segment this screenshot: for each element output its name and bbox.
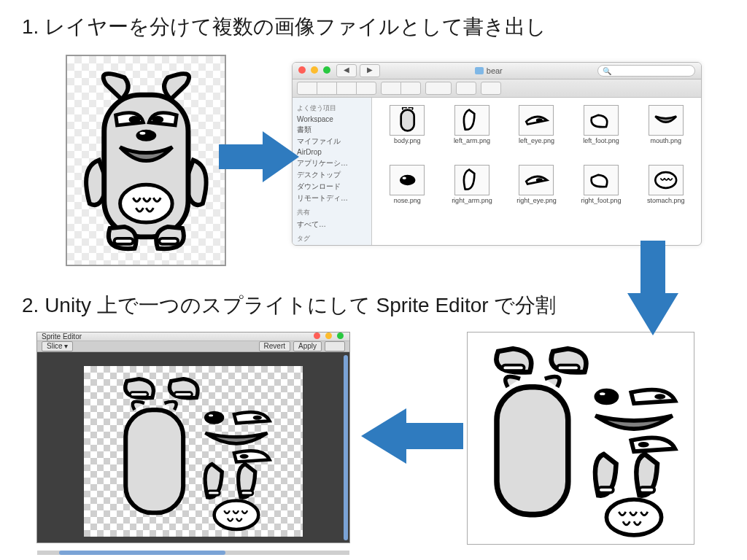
file-item[interactable]: mouth.png: [649, 105, 684, 165]
sidebar-item-myfiles[interactable]: マイファイル: [297, 136, 367, 146]
svg-marker-35: [361, 408, 463, 464]
slice-button[interactable]: Slice ▾: [42, 341, 73, 351]
file-item[interactable]: right_eye.png: [516, 165, 557, 225]
view-icons-button[interactable]: [297, 82, 317, 95]
file-item[interactable]: left_arm.png: [454, 105, 490, 165]
finder-window: ◀ ▶ bear 🔍 よく使う項目 Workspace 書類 マイファイル: [292, 62, 702, 246]
svg-marker-34: [627, 241, 678, 335]
sprite-atlas-image: [474, 339, 686, 538]
svg-point-19: [638, 442, 649, 448]
close-icon[interactable]: [314, 332, 320, 339]
svg-point-16: [595, 388, 619, 405]
sidebar-item-documents[interactable]: 書類: [297, 125, 367, 134]
editor-vertical-scrollbar[interactable]: [344, 355, 348, 540]
svg-point-1: [128, 116, 140, 123]
svg-point-4: [139, 132, 145, 135]
file-item[interactable]: stomach.png: [647, 165, 685, 225]
minimize-icon[interactable]: [311, 66, 318, 74]
file-name: right_foot.png: [581, 197, 622, 204]
sidebar-item-airdrop[interactable]: AirDrop: [297, 148, 367, 155]
svg-point-29: [240, 454, 249, 459]
arrange-button-2[interactable]: [400, 82, 421, 95]
svg-point-3: [136, 130, 156, 141]
editor-title: Sprite Editor: [42, 332, 82, 341]
file-name: left_eye.png: [519, 137, 554, 144]
sidebar-item-downloads[interactable]: ダウンロード: [297, 182, 367, 191]
window-controls[interactable]: [298, 66, 333, 75]
view-column-button[interactable]: [336, 82, 357, 95]
character-image: [74, 64, 219, 256]
svg-rect-21: [640, 487, 655, 493]
svg-point-17: [600, 392, 605, 395]
view-list-button[interactable]: [317, 82, 337, 95]
file-item[interactable]: left_eye.png: [519, 105, 554, 165]
svg-rect-7: [159, 238, 178, 244]
file-item[interactable]: right_foot.png: [581, 165, 622, 225]
file-thumb: [519, 165, 554, 195]
file-item[interactable]: right_arm.png: [452, 165, 492, 225]
sprite-atlas-panel: [467, 332, 694, 545]
file-name: right_arm.png: [452, 197, 492, 204]
editor-window-controls[interactable]: [312, 332, 345, 341]
finder-toolbar: [293, 79, 701, 98]
maximize-icon[interactable]: [323, 66, 330, 74]
arrange-button-1[interactable]: [381, 82, 401, 95]
svg-rect-20: [598, 487, 614, 493]
sidebar-item-applications[interactable]: アプリケーシ…: [297, 158, 367, 168]
svg-point-26: [204, 411, 224, 424]
sidebar-item-remotedisk[interactable]: リモートディ…: [297, 193, 367, 203]
arrow-left: [361, 408, 463, 464]
file-name: mouth.png: [650, 137, 681, 144]
svg-rect-13: [503, 365, 525, 370]
svg-rect-15: [497, 387, 568, 515]
tags-button[interactable]: [481, 82, 501, 95]
svg-rect-30: [208, 491, 220, 495]
svg-point-27: [209, 414, 213, 416]
character-preview-panel: [66, 55, 226, 266]
editor-titlebar: Sprite Editor: [37, 332, 349, 341]
file-name: body.png: [394, 137, 420, 144]
arrow-down: [627, 241, 678, 335]
maximize-icon[interactable]: [337, 332, 344, 339]
file-name: stomach.png: [647, 197, 685, 204]
file-item[interactable]: body.png: [390, 105, 425, 165]
file-item[interactable]: nose.png: [390, 165, 425, 225]
finder-search-input[interactable]: 🔍: [597, 65, 695, 77]
editor-horizontal-scrollbar[interactable]: [37, 551, 349, 555]
sidebar-item-all[interactable]: すべて…: [297, 219, 367, 229]
editor-settings-icon[interactable]: [325, 341, 345, 351]
apply-button[interactable]: Apply: [293, 341, 322, 351]
sidebar-item-desktop[interactable]: デスクトップ: [297, 170, 367, 179]
action-button[interactable]: [425, 82, 452, 95]
svg-rect-24: [174, 392, 192, 397]
nav-forward-button[interactable]: ▶: [360, 64, 380, 77]
file-thumb: [454, 105, 489, 136]
sidebar-tag-header: タグ: [297, 234, 367, 244]
svg-marker-33: [219, 131, 299, 182]
editor-canvas[interactable]: [37, 352, 349, 551]
file-name: left_arm.png: [454, 137, 490, 144]
close-icon[interactable]: [298, 66, 306, 74]
view-cover-button[interactable]: [356, 82, 376, 95]
file-name: left_foot.png: [583, 137, 619, 144]
minimize-icon[interactable]: [325, 332, 332, 339]
sidebar-item-workspace[interactable]: Workspace: [297, 115, 367, 122]
finder-titlebar: ◀ ▶ bear 🔍: [293, 63, 701, 79]
file-thumb: [519, 105, 554, 136]
revert-button[interactable]: Revert: [259, 341, 290, 351]
share-button[interactable]: [456, 82, 476, 95]
finder-sidebar: よく使う項目 Workspace 書類 マイファイル AirDrop アプリケー…: [293, 98, 372, 246]
nav-back-button[interactable]: ◀: [336, 64, 357, 77]
folder-icon: [475, 67, 484, 74]
step1-heading: 1. レイヤーを分けて複数の画像ファイルとして書き出し: [22, 13, 546, 41]
svg-rect-23: [130, 392, 147, 397]
svg-point-18: [655, 394, 666, 400]
arrange-segment[interactable]: [381, 82, 421, 95]
file-item[interactable]: left_foot.png: [583, 105, 619, 165]
finder-title: bear: [487, 66, 503, 75]
file-thumb: [390, 165, 425, 195]
view-mode-segment[interactable]: [297, 82, 376, 95]
sprite-editor-window: Sprite Editor Slice ▾ Revert Apply: [36, 332, 350, 543]
svg-rect-14: [557, 365, 579, 370]
editor-toolbar: Slice ▾ Revert Apply: [37, 341, 349, 352]
